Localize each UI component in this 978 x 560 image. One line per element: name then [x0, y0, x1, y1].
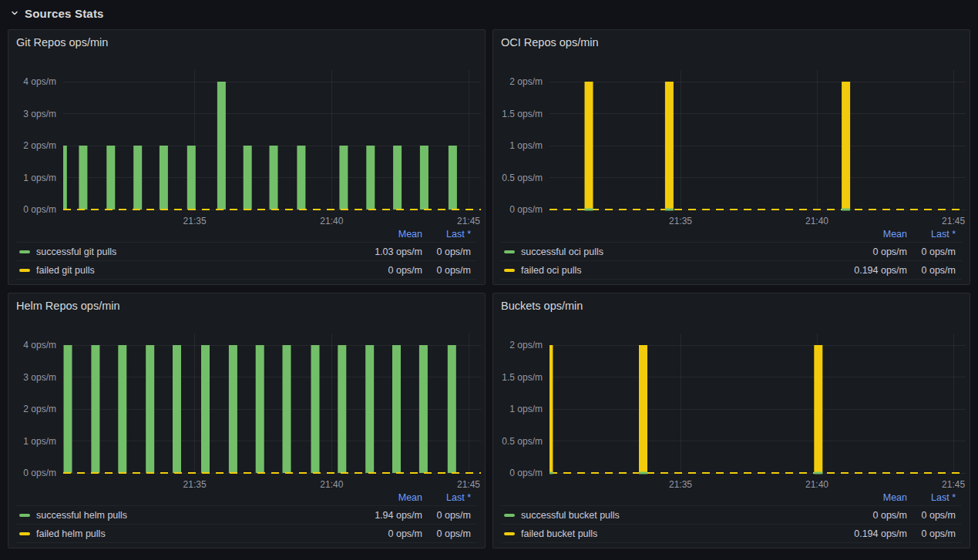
- panel-buckets: Buckets ops/min 0 ops/m0.5 ops/m1 ops/m1…: [492, 293, 970, 548]
- series-label[interactable]: failed bucket pulls: [521, 528, 597, 539]
- svg-text:0 ops/m: 0 ops/m: [23, 468, 56, 478]
- legend-col-mean[interactable]: Mean: [807, 492, 907, 503]
- svg-text:1 ops/m: 1 ops/m: [23, 173, 56, 183]
- series-mean-value: 0 ops/m: [322, 265, 422, 276]
- panel-git-repos: Git Repos ops/min 0 ops/m1 ops/m2 ops/m3…: [8, 29, 486, 285]
- series-swatch-icon[interactable]: [19, 250, 30, 253]
- legend-col-last[interactable]: Last *: [913, 492, 956, 503]
- legend-git-repos: Mean Last * successful git pulls 1.03 op…: [16, 226, 477, 280]
- legend-col-mean[interactable]: Mean: [322, 229, 422, 240]
- legend-row-successful-git-pulls: successful git pulls 1.03 ops/m 0 ops/m: [16, 243, 477, 261]
- legend-header: Mean Last *: [501, 490, 962, 506]
- svg-text:21:40: 21:40: [320, 479, 343, 490]
- series-mean-value: 1.94 ops/m: [322, 510, 422, 521]
- series-last-value: 0 ops/m: [429, 528, 471, 539]
- series-last-value: 0 ops/m: [913, 528, 956, 539]
- legend-header: Mean Last *: [16, 226, 477, 243]
- svg-text:3 ops/m: 3 ops/m: [23, 109, 56, 119]
- svg-text:2 ops/m: 2 ops/m: [23, 140, 56, 151]
- series-swatch-icon[interactable]: [504, 514, 515, 517]
- legend-col-mean[interactable]: Mean: [322, 492, 422, 503]
- series-swatch-icon[interactable]: [504, 250, 515, 253]
- series-last-value: 0 ops/m: [913, 510, 956, 521]
- series-mean-value: 0 ops/m: [322, 528, 422, 539]
- svg-text:1 ops/m: 1 ops/m: [509, 140, 543, 151]
- svg-text:2 ops/m: 2 ops/m: [509, 76, 543, 87]
- chart-helm-repos[interactable]: 0 ops/m1 ops/m2 ops/m3 ops/m4 ops/m21:35…: [8, 334, 486, 490]
- series-last-value: 0 ops/m: [429, 510, 471, 521]
- svg-text:21:40: 21:40: [805, 479, 828, 490]
- legend-col-last[interactable]: Last *: [429, 492, 471, 503]
- series-label[interactable]: failed helm pulls: [36, 528, 106, 539]
- svg-text:0 ops/m: 0 ops/m: [23, 204, 56, 215]
- svg-text:21:45: 21:45: [457, 216, 480, 226]
- chart-buckets[interactable]: 0 ops/m0.5 ops/m1 ops/m1.5 ops/m2 ops/m2…: [493, 334, 970, 490]
- series-swatch-icon[interactable]: [504, 269, 515, 272]
- svg-text:21:45: 21:45: [942, 216, 965, 226]
- series-last-value: 0 ops/m: [429, 265, 471, 276]
- panel-title-oci-repos[interactable]: OCI Repos ops/min: [501, 36, 599, 49]
- svg-text:1 ops/m: 1 ops/m: [509, 404, 543, 414]
- legend-row-failed-bucket-pulls: failed bucket pulls 0.194 ops/m 0 ops/m: [501, 525, 962, 543]
- svg-text:21:40: 21:40: [320, 216, 343, 226]
- svg-text:1 ops/m: 1 ops/m: [23, 436, 56, 447]
- svg-text:0.5 ops/m: 0.5 ops/m: [502, 173, 543, 183]
- panel-helm-repos: Helm Repos ops/min 0 ops/m1 ops/m2 ops/m…: [8, 293, 486, 548]
- svg-text:4 ops/m: 4 ops/m: [23, 76, 56, 87]
- series-swatch-icon[interactable]: [504, 532, 515, 535]
- svg-text:2 ops/m: 2 ops/m: [23, 404, 56, 414]
- legend-buckets: Mean Last * successful bucket pulls 0 op…: [501, 490, 962, 543]
- series-mean-value: 0.194 ops/m: [807, 265, 907, 276]
- svg-text:0 ops/m: 0 ops/m: [509, 468, 543, 478]
- series-label[interactable]: successful bucket pulls: [521, 510, 620, 521]
- svg-text:21:35: 21:35: [183, 216, 207, 226]
- series-label[interactable]: successful git pulls: [36, 246, 116, 257]
- panel-title-buckets[interactable]: Buckets ops/min: [501, 300, 583, 312]
- series-mean-value: 0 ops/m: [807, 246, 907, 257]
- series-label[interactable]: failed oci pulls: [521, 265, 582, 276]
- chart-oci-repos[interactable]: 0 ops/m0.5 ops/m1 ops/m1.5 ops/m2 ops/m2…: [493, 70, 970, 226]
- grafana-dashboard: Sources Stats Git Repos ops/min 0 ops/m1…: [0, 0, 978, 560]
- series-last-value: 0 ops/m: [429, 246, 471, 257]
- section-title: Sources Stats: [25, 7, 104, 20]
- svg-text:21:35: 21:35: [183, 479, 207, 490]
- panel-title-helm-repos[interactable]: Helm Repos ops/min: [16, 300, 120, 312]
- svg-text:4 ops/m: 4 ops/m: [23, 340, 56, 350]
- legend-header: Mean Last *: [501, 226, 962, 243]
- series-swatch-icon[interactable]: [19, 532, 30, 535]
- legend-col-last[interactable]: Last *: [429, 229, 471, 240]
- legend-row-successful-oci-pulls: successful oci pulls 0 ops/m 0 ops/m: [501, 243, 962, 261]
- series-label[interactable]: successful oci pulls: [521, 246, 603, 257]
- series-label[interactable]: successful helm pulls: [36, 510, 127, 521]
- series-swatch-icon[interactable]: [19, 514, 30, 517]
- svg-text:0.5 ops/m: 0.5 ops/m: [502, 436, 543, 447]
- legend-header: Mean Last *: [16, 490, 477, 506]
- svg-text:0 ops/m: 0 ops/m: [509, 204, 543, 215]
- legend-row-successful-bucket-pulls: successful bucket pulls 0 ops/m 0 ops/m: [501, 506, 962, 525]
- row-sources-stats-toggle[interactable]: Sources Stats: [9, 3, 104, 23]
- legend-row-failed-helm-pulls: failed helm pulls 0 ops/m 0 ops/m: [16, 525, 477, 543]
- series-mean-value: 0.194 ops/m: [807, 528, 907, 539]
- series-last-value: 0 ops/m: [913, 265, 956, 276]
- svg-text:21:40: 21:40: [805, 216, 828, 226]
- series-mean-value: 0 ops/m: [807, 510, 907, 521]
- svg-text:21:35: 21:35: [669, 216, 692, 226]
- legend-row-successful-helm-pulls: successful helm pulls 1.94 ops/m 0 ops/m: [16, 506, 477, 525]
- svg-text:1.5 ops/m: 1.5 ops/m: [502, 372, 543, 383]
- chevron-down-icon: [9, 8, 20, 18]
- series-swatch-icon[interactable]: [19, 269, 30, 272]
- legend-col-last[interactable]: Last *: [913, 229, 956, 240]
- legend-col-mean[interactable]: Mean: [807, 229, 907, 240]
- legend-row-failed-git-pulls: failed git pulls 0 ops/m 0 ops/m: [16, 261, 477, 280]
- svg-text:21:45: 21:45: [942, 479, 965, 490]
- svg-text:21:35: 21:35: [669, 479, 692, 490]
- series-last-value: 0 ops/m: [913, 246, 956, 257]
- chart-git-repos[interactable]: 0 ops/m1 ops/m2 ops/m3 ops/m4 ops/m21:35…: [8, 70, 486, 226]
- legend-helm-repos: Mean Last * successful helm pulls 1.94 o…: [16, 490, 477, 543]
- panel-title-git-repos[interactable]: Git Repos ops/min: [16, 36, 108, 49]
- svg-text:1.5 ops/m: 1.5 ops/m: [502, 109, 543, 119]
- svg-text:21:45: 21:45: [457, 479, 480, 490]
- series-mean-value: 1.03 ops/m: [322, 246, 422, 257]
- legend-row-failed-oci-pulls: failed oci pulls 0.194 ops/m 0 ops/m: [501, 261, 962, 280]
- series-label[interactable]: failed git pulls: [36, 265, 95, 276]
